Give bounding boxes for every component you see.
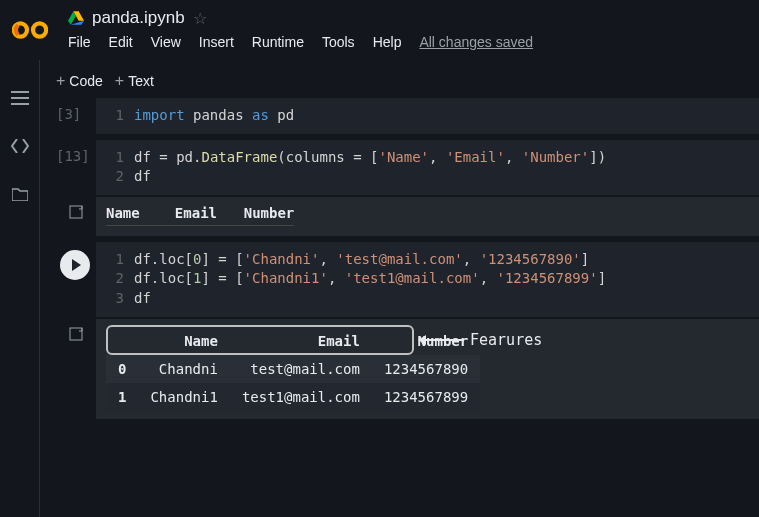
svg-rect-8 xyxy=(11,91,13,93)
menu-edit[interactable]: Edit xyxy=(109,34,133,50)
cell-output: Name Email Number xyxy=(96,197,759,236)
code-cell[interactable]: [13] 1df = pd.DataFrame(columns = ['Name… xyxy=(56,140,759,195)
run-cell-button[interactable] xyxy=(60,250,90,280)
svg-point-1 xyxy=(33,23,46,36)
code-editor[interactable]: 1df = pd.DataFrame(columns = ['Name', 'E… xyxy=(96,140,759,195)
star-icon[interactable]: ☆ xyxy=(193,9,207,28)
output-indicator-icon xyxy=(69,205,83,236)
table-row: 0Chandnitest@mail.com1234567890 xyxy=(106,355,480,383)
header: panda.ipynb ☆ File Edit View Insert Runt… xyxy=(0,0,759,60)
notebook-title[interactable]: panda.ipynb xyxy=(92,8,185,28)
svg-rect-7 xyxy=(11,103,29,105)
code-cell[interactable]: 1df.loc[0] = ['Chandni', 'test@mail.com'… xyxy=(56,242,759,317)
output-cell: NameEmailNumber 0Chandnitest@mail.com123… xyxy=(56,319,759,419)
output-indicator-icon xyxy=(69,327,83,419)
exec-count: [13] xyxy=(56,140,96,195)
svg-rect-6 xyxy=(11,97,29,99)
menu-bar: File Edit View Insert Runtime Tools Help… xyxy=(68,34,747,50)
table-row: 1Chandni1test1@mail.com1234567899 xyxy=(106,383,480,411)
code-cell[interactable]: [3] 1import pandas as pd xyxy=(56,98,759,134)
add-code-button[interactable]: +Code xyxy=(56,72,103,90)
snippets-icon[interactable] xyxy=(10,136,30,156)
output-cell: Name Email Number xyxy=(56,197,759,236)
main-area: +Code +Text [3] 1import pandas as pd [13… xyxy=(40,60,759,517)
cell-toolbar: +Code +Text xyxy=(40,72,759,90)
add-text-button[interactable]: +Text xyxy=(115,72,154,90)
annotation-label: Fearures xyxy=(424,331,542,349)
menu-view[interactable]: View xyxy=(151,34,181,50)
menu-insert[interactable]: Insert xyxy=(199,34,234,50)
svg-rect-9 xyxy=(70,206,82,218)
sidebar xyxy=(0,60,40,517)
exec-count: [3] xyxy=(56,98,96,134)
svg-rect-10 xyxy=(70,328,82,340)
svg-rect-5 xyxy=(11,91,29,93)
menu-help[interactable]: Help xyxy=(373,34,402,50)
arrow-icon xyxy=(424,339,464,341)
menu-file[interactable]: File xyxy=(68,34,91,50)
menu-runtime[interactable]: Runtime xyxy=(252,34,304,50)
code-editor[interactable]: 1df.loc[0] = ['Chandni', 'test@mail.com'… xyxy=(96,242,759,317)
drive-icon xyxy=(68,11,84,25)
cell-output: NameEmailNumber 0Chandnitest@mail.com123… xyxy=(96,319,759,419)
save-status[interactable]: All changes saved xyxy=(419,34,533,50)
files-icon[interactable] xyxy=(10,184,30,204)
code-editor[interactable]: 1import pandas as pd xyxy=(96,98,759,134)
toc-icon[interactable] xyxy=(10,88,30,108)
menu-tools[interactable]: Tools xyxy=(322,34,355,50)
colab-logo xyxy=(12,12,48,48)
